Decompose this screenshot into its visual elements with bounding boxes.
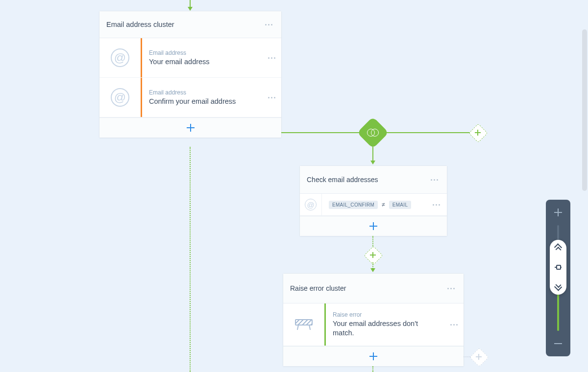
at-icon: @ <box>300 194 322 215</box>
card-title: Email address cluster <box>106 21 174 28</box>
chevron-down-icon <box>555 283 562 290</box>
connector-dashed <box>372 236 373 248</box>
connector <box>372 144 373 163</box>
raise-error-cluster-card[interactable]: Raise error cluster Raise error Your ema… <box>283 273 464 367</box>
card-header[interactable]: Check email addresses <box>300 166 447 194</box>
connector <box>384 132 471 133</box>
condition-right: EMAIL <box>389 201 412 209</box>
plus-icon <box>187 124 195 132</box>
plus-icon <box>369 352 377 360</box>
field-row-email[interactable]: @ Email address Your email address <box>99 38 281 78</box>
plus-icon <box>369 222 377 230</box>
connector <box>281 132 362 133</box>
page-scrollbar[interactable] <box>582 29 587 191</box>
venn-icon <box>367 129 379 137</box>
field-label: Raise error <box>333 311 442 318</box>
zoom-handle[interactable] <box>550 240 566 295</box>
condition-left: EMAIL_CONFIRM <box>329 201 378 209</box>
field-value: Confirm your email address <box>149 97 260 106</box>
add-field-button[interactable] <box>99 117 281 138</box>
card-header[interactable]: Raise error cluster <box>283 274 464 303</box>
add-branch-grey[interactable] <box>472 350 485 363</box>
zoom-slider[interactable] <box>557 225 559 331</box>
card-title: Check email addresses <box>307 176 378 184</box>
connector-dashed <box>372 366 373 372</box>
chevron-up-icon <box>555 245 562 252</box>
check-email-card[interactable]: Check email addresses @ EMAIL_CONFIRM ≠ … <box>299 165 447 236</box>
field-label: Email address <box>149 49 260 56</box>
field-row-email-confirm[interactable]: @ Email address Confirm your email addre… <box>99 78 281 117</box>
zoom-out-button[interactable] <box>553 339 563 349</box>
add-branch-mid[interactable] <box>367 249 379 261</box>
connector-dashed <box>190 147 191 372</box>
card-menu-button[interactable] <box>263 19 274 30</box>
field-row-raise-error[interactable]: Raise error Your email addresses don't m… <box>283 303 464 346</box>
card-menu-button[interactable] <box>428 174 440 186</box>
field-menu-button[interactable] <box>266 52 277 64</box>
field-value: Your email addresses don't match. <box>333 319 431 338</box>
at-icon: @ <box>99 38 141 77</box>
field-menu-button[interactable] <box>448 319 460 330</box>
field-label: Email address <box>149 89 260 96</box>
at-icon: @ <box>99 78 141 117</box>
card-title: Raise error cluster <box>290 284 346 292</box>
condition-op: ≠ <box>381 201 386 208</box>
field-value: Your email address <box>149 57 260 67</box>
field-menu-button[interactable] <box>266 92 277 103</box>
zoom-knob-icon <box>555 265 562 270</box>
email-address-cluster-card[interactable]: Email address cluster @ Email address Yo… <box>99 11 282 138</box>
arrow-down-icon <box>370 268 375 272</box>
zoom-in-button[interactable] <box>553 208 563 217</box>
arrow-down-icon <box>370 161 375 164</box>
add-condition-button[interactable] <box>300 216 447 236</box>
condition-node[interactable] <box>362 121 384 144</box>
add-branch-right[interactable] <box>471 126 484 139</box>
barrier-icon <box>283 303 324 346</box>
card-header[interactable]: Email address cluster <box>99 11 281 38</box>
arrow-down-icon <box>188 7 193 11</box>
add-field-button[interactable] <box>283 346 464 366</box>
zoom-panel <box>546 200 570 356</box>
card-menu-button[interactable] <box>445 282 457 294</box>
condition-menu-button[interactable] <box>430 199 442 210</box>
condition-row[interactable]: @ EMAIL_CONFIRM ≠ EMAIL <box>300 194 447 216</box>
flow-canvas[interactable]: Email address cluster @ Email address Yo… <box>0 0 588 372</box>
